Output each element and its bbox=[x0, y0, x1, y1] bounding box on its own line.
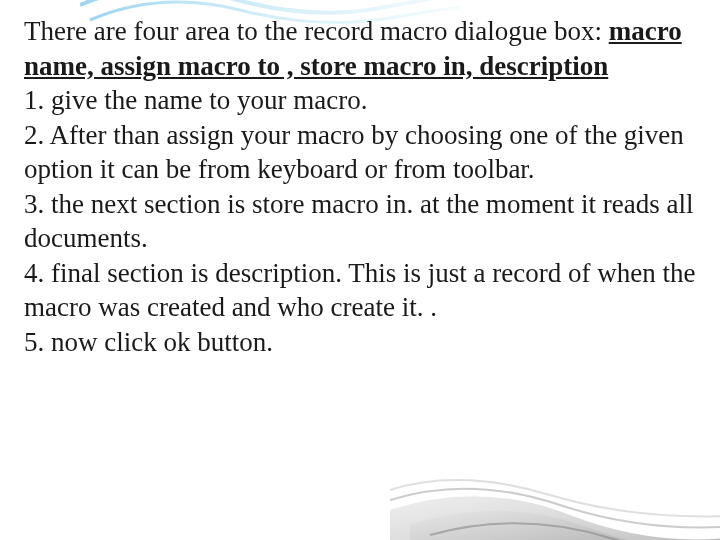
list-item: 1. give the name to your macro. bbox=[24, 83, 696, 118]
decorative-swirl-bottom bbox=[390, 440, 720, 540]
list-item: 3. the next section is store macro in. a… bbox=[24, 187, 696, 256]
list-item: 5. now click ok button. bbox=[24, 325, 696, 360]
slide-content: There are four area to the record macro … bbox=[24, 14, 696, 359]
slide: There are four area to the record macro … bbox=[0, 0, 720, 540]
list-item: 4. final section is description. This is… bbox=[24, 256, 696, 325]
intro-text: There are four area to the record macro … bbox=[24, 16, 609, 46]
list-item: 2. After than assign your macro by choos… bbox=[24, 118, 696, 187]
